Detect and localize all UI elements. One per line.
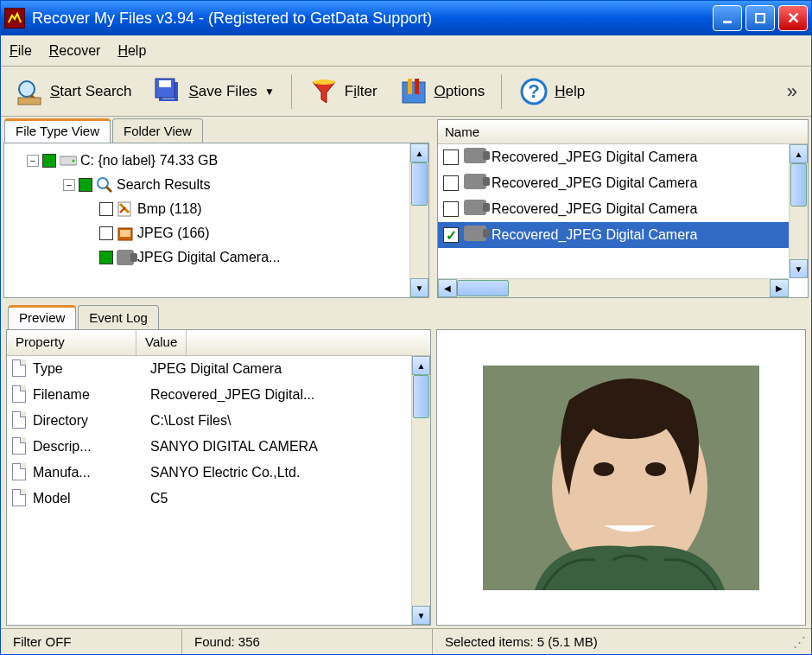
scroll-up-icon[interactable]: ▲ [410, 143, 428, 162]
svg-rect-9 [159, 80, 171, 87]
options-icon [398, 76, 429, 107]
property-row[interactable]: Descrip...SANYO DIGITAL CAMERA [7, 434, 430, 460]
tab-folder-view[interactable]: Folder View [112, 118, 203, 143]
options-button[interactable]: Options [390, 72, 493, 111]
scroll-thumb[interactable] [790, 163, 807, 207]
vertical-scrollbar[interactable]: ▲ ▼ [411, 356, 430, 625]
drive-icon [60, 152, 77, 169]
file-name: Recovered_JPEG Digital Camera [492, 201, 697, 217]
property-row[interactable]: ModelC5 [7, 486, 430, 512]
svg-text:?: ? [528, 80, 539, 102]
file-checkbox[interactable] [443, 149, 459, 165]
property-row[interactable]: TypeJPEG Digital Camera [7, 356, 430, 382]
close-button[interactable]: ✕ [778, 5, 808, 31]
scroll-down-icon[interactable]: ▼ [410, 278, 428, 297]
scroll-left-icon[interactable]: ◀ [438, 279, 457, 297]
scroll-up-icon[interactable]: ▲ [412, 356, 430, 375]
column-header-name[interactable]: Name [438, 120, 808, 144]
tree-label: Bmp (118) [137, 201, 202, 217]
tree-checkbox[interactable] [99, 226, 113, 240]
tree-item-jpeg[interactable]: JPEG (166) [8, 221, 425, 245]
properties-list: TypeJPEG Digital Camera FilenameRecovere… [7, 356, 430, 512]
file-checkbox[interactable] [443, 227, 459, 243]
svg-point-17 [73, 160, 75, 162]
document-icon [12, 489, 28, 508]
scroll-up-icon[interactable]: ▲ [790, 144, 808, 163]
tab-event-log[interactable]: Event Log [78, 305, 159, 329]
minimize-button[interactable] [713, 5, 742, 31]
toolbar-overflow-icon[interactable]: » [787, 80, 806, 103]
scroll-thumb[interactable] [411, 162, 428, 206]
camera-icon [464, 226, 486, 245]
property-row[interactable]: Manufa...SANYO Electric Co.,Ltd. [7, 460, 430, 486]
svg-rect-4 [18, 98, 41, 105]
document-icon [12, 437, 28, 456]
file-row[interactable]: Recovered_JPEG Digital Camera [438, 144, 808, 170]
column-header-value[interactable]: Value [136, 330, 187, 355]
collapse-icon[interactable]: − [63, 179, 75, 191]
save-icon [153, 76, 184, 107]
svg-rect-11 [403, 82, 425, 103]
properties-header: Property Value [7, 330, 430, 356]
maximize-button[interactable] [745, 5, 775, 31]
menu-file[interactable]: File [10, 43, 32, 59]
tree-checkbox[interactable] [42, 154, 56, 168]
dropdown-icon[interactable]: ▼ [264, 86, 275, 98]
camera-icon [464, 148, 486, 167]
tree-item-jpeg-camera[interactable]: JPEG Digital Camera... [8, 245, 425, 270]
file-name: Recovered_JPEG Digital Camera [492, 227, 697, 243]
tab-preview[interactable]: Preview [8, 305, 76, 329]
tree-checkbox[interactable] [79, 178, 92, 192]
tree-label: C: {no label} 74.33 GB [80, 153, 218, 169]
tree-checkbox[interactable] [99, 202, 113, 216]
app-icon [4, 8, 25, 29]
tree-checkbox[interactable] [99, 251, 113, 264]
vertical-scrollbar[interactable]: ▲ ▼ [409, 143, 428, 297]
window-title: Recover My Files v3.94 - (Registered to … [32, 10, 713, 28]
scroll-right-icon[interactable]: ▶ [770, 279, 789, 297]
scroll-thumb[interactable] [457, 280, 509, 296]
file-name: Recovered_JPEG Digital Camera [492, 175, 697, 191]
collapse-icon[interactable]: − [27, 155, 39, 167]
tree-label: JPEG Digital Camera... [137, 250, 280, 265]
tab-file-type-view[interactable]: File Type View [4, 118, 111, 143]
menu-help[interactable]: Help [117, 43, 146, 59]
svg-rect-22 [120, 230, 130, 237]
tree-item-bmp[interactable]: Bmp (118) [8, 197, 425, 221]
resize-grip-icon[interactable]: ⋰ [793, 634, 811, 650]
column-header-property[interactable]: Property [7, 330, 136, 355]
status-selected: Selected items: 5 (5.1 MB) [433, 629, 793, 654]
file-row[interactable]: Recovered_JPEG Digital Camera [438, 222, 808, 248]
tree-drive-row[interactable]: − C: {no label} 74.33 GB [8, 149, 425, 173]
scroll-thumb[interactable] [413, 375, 429, 418]
properties-pane: Property Value TypeJPEG Digital Camera F… [6, 329, 431, 626]
preview-pane [436, 329, 806, 626]
file-row[interactable]: Recovered_JPEG Digital Camera [438, 196, 808, 222]
svg-rect-12 [408, 79, 412, 94]
help-button[interactable]: ? Help [511, 72, 593, 111]
filter-button[interactable]: Filter [301, 72, 385, 111]
scroll-down-icon[interactable]: ▼ [412, 606, 430, 625]
bottom-content: Property Value TypeJPEG Digital Camera F… [1, 329, 811, 628]
save-files-button[interactable]: Save Files ▼ [145, 72, 282, 111]
vertical-scrollbar[interactable]: ▲ ▼ [789, 144, 808, 278]
scroll-down-icon[interactable]: ▼ [790, 259, 808, 278]
svg-rect-0 [723, 21, 732, 23]
svg-point-27 [587, 396, 673, 439]
tree-search-results-row[interactable]: − Search Results [8, 173, 425, 197]
file-type-tree: − C: {no label} 74.33 GB − Search Result… [4, 143, 428, 275]
menu-recover[interactable]: Recover [49, 43, 101, 59]
property-row[interactable]: FilenameRecovered_JPEG Digital... [7, 382, 430, 408]
main-window: Recover My Files v3.94 - (Registered to … [0, 0, 812, 655]
file-checkbox[interactable] [443, 201, 459, 217]
tree-label: Search Results [117, 177, 211, 193]
jpeg-icon [117, 225, 134, 242]
horizontal-scrollbar[interactable]: ◀ ▶ [438, 278, 789, 297]
svg-rect-1 [756, 14, 764, 22]
file-row[interactable]: Recovered_JPEG Digital Camera [438, 170, 808, 196]
property-row[interactable]: DirectoryC:\Lost Files\ [7, 408, 430, 434]
file-checkbox[interactable] [443, 175, 459, 191]
titlebar: Recover My Files v3.94 - (Registered to … [1, 1, 811, 35]
file-list: Recovered_JPEG Digital Camera Recovered_… [438, 144, 808, 248]
start-search-button[interactable]: Start Search [6, 72, 140, 111]
